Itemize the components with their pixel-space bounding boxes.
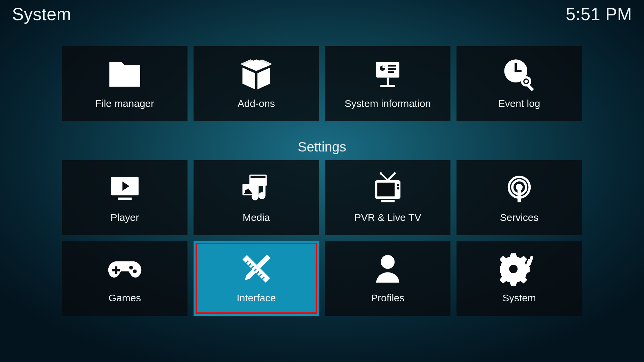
svg-point-34 [397, 187, 399, 190]
tile-file-manager[interactable]: File manager [62, 46, 187, 121]
gear-tools-icon [499, 249, 539, 289]
svg-marker-2 [257, 67, 270, 89]
svg-rect-9 [388, 65, 396, 67]
svg-rect-11 [388, 71, 394, 73]
settings-row-1: Player Media [0, 160, 644, 235]
tile-media[interactable]: Media [194, 160, 319, 235]
page-title: System [12, 4, 71, 24]
tile-label: Interface [237, 292, 276, 304]
media-collection-icon [236, 168, 276, 208]
tile-profiles[interactable]: Profiles [325, 241, 450, 316]
svg-rect-23 [251, 176, 266, 178]
antenna-icon [499, 168, 539, 208]
tile-label: System information [345, 98, 431, 109]
svg-rect-39 [112, 269, 120, 272]
presentation-icon [368, 54, 408, 95]
tile-label: Profiles [371, 292, 405, 304]
tile-games[interactable]: Games [62, 241, 187, 316]
svg-point-40 [129, 266, 133, 269]
header: System 5:51 PM [0, 0, 644, 34]
section-label-settings: Settings [0, 139, 644, 155]
svg-point-33 [397, 184, 399, 186]
svg-point-41 [133, 269, 137, 273]
tile-label: System [502, 292, 536, 304]
tile-player[interactable]: Player [62, 160, 187, 235]
svg-marker-1 [243, 67, 255, 89]
clock: 5:51 PM [566, 4, 632, 24]
svg-rect-18 [527, 84, 534, 91]
svg-point-29 [380, 172, 382, 175]
user-icon [368, 249, 408, 289]
monitor-play-icon [105, 168, 145, 208]
svg-line-27 [381, 173, 388, 180]
tile-addons[interactable]: Add-ons [194, 46, 319, 121]
tile-label: Games [109, 292, 141, 304]
svg-rect-21 [118, 198, 131, 200]
tile-label: PVR & Live TV [354, 212, 421, 223]
gamepad-icon [105, 249, 145, 289]
svg-point-54 [509, 264, 517, 273]
svg-rect-35 [381, 200, 394, 202]
tile-system-information[interactable]: System information [325, 46, 450, 121]
tile-label: Services [500, 212, 538, 223]
top-row: File manager Add-ons [0, 46, 644, 121]
svg-rect-10 [388, 68, 396, 70]
open-box-icon [236, 54, 276, 95]
tile-services[interactable]: Services [457, 160, 582, 235]
tile-label: Media [243, 212, 270, 223]
pencil-ruler-icon [236, 249, 276, 289]
svg-point-17 [524, 79, 528, 83]
svg-rect-14 [515, 70, 522, 72]
tv-icon [368, 168, 408, 208]
svg-point-53 [381, 255, 394, 269]
svg-line-28 [388, 173, 395, 180]
svg-rect-7 [380, 85, 395, 87]
svg-rect-37 [518, 189, 521, 202]
tile-system[interactable]: System [457, 241, 582, 316]
svg-rect-32 [377, 183, 395, 196]
tile-event-log[interactable]: Event log [457, 46, 582, 121]
svg-point-30 [393, 172, 396, 175]
tile-label: File manager [95, 98, 154, 109]
settings-row-2: Games In [0, 241, 644, 316]
clock-search-icon [499, 54, 539, 95]
folder-icon [105, 54, 145, 95]
svg-rect-6 [387, 77, 389, 85]
tile-label: Player [110, 212, 139, 223]
tile-label: Add-ons [237, 98, 275, 109]
tile-label: Event log [498, 98, 540, 109]
tile-interface[interactable]: Interface [194, 241, 319, 316]
tile-pvr[interactable]: PVR & Live TV [325, 160, 450, 235]
